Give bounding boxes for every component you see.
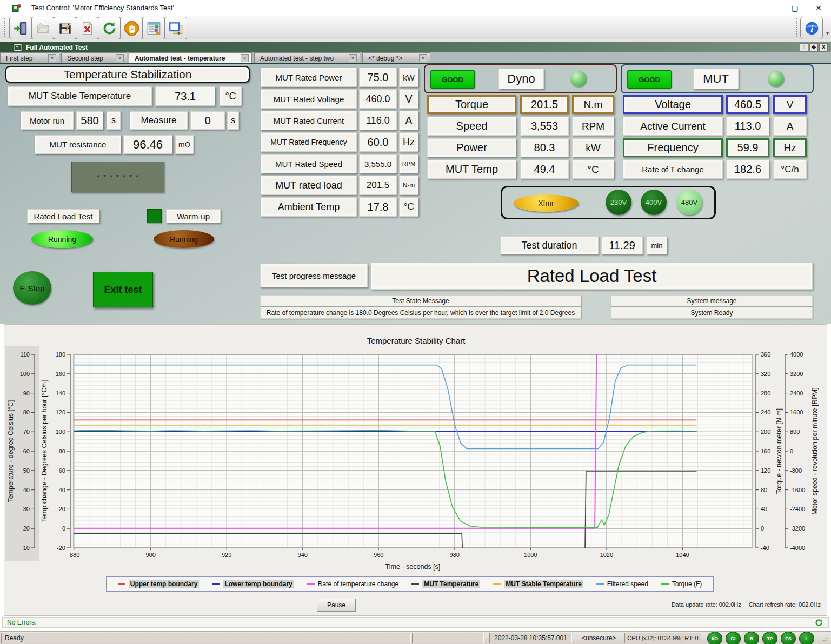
svg-text:110: 110 [20, 351, 30, 358]
open-folder-icon [36, 21, 50, 36]
legend-item[interactable]: MUT Stable Temperature [493, 580, 583, 588]
refresh-button[interactable] [98, 17, 121, 39]
param-unit: V [399, 89, 418, 109]
cpu-status: CPU [x32]: 0134.9%; RT: 0 [624, 633, 701, 643]
mut-led-indicator [768, 71, 784, 87]
legend-label[interactable]: Lower temp boundary [223, 580, 294, 588]
legend-label[interactable]: Filtered speed [607, 580, 648, 588]
save-button[interactable] [54, 17, 76, 39]
mut-row-unit: A [773, 117, 807, 136]
legend-label[interactable]: Upper temp boundary [129, 580, 200, 588]
param-label: MUT Rated Power [261, 68, 357, 87]
delete-button[interactable] [76, 17, 98, 39]
legend-label[interactable]: Rate of temperature change [318, 580, 398, 588]
svg-text:1000: 1000 [524, 552, 537, 558]
tab-debug[interactable]: <* debug *>x [362, 52, 430, 63]
windows-button[interactable] [164, 17, 187, 39]
param-value: 116.0 [359, 111, 397, 130]
tab-close-icon[interactable]: x [48, 54, 56, 62]
tab-close-icon[interactable]: x [349, 54, 357, 62]
system-message-header: System message [611, 295, 813, 306]
param-unit: Hz [399, 132, 418, 152]
ready-status: Ready [1, 633, 411, 643]
status-badge: R [744, 632, 759, 644]
mut-status-button[interactable]: GOOD [627, 70, 672, 89]
mut-resistance-value: 96.46 [123, 135, 172, 154]
xfmr-480v-led: 480V [676, 190, 702, 215]
open-button[interactable] [31, 17, 54, 39]
close-button[interactable]: ✕ [806, 0, 831, 16]
legend-label[interactable]: Torque (F) [672, 580, 702, 588]
configure-button[interactable] [142, 17, 165, 39]
legend-item[interactable]: MUT Temperature [411, 580, 480, 588]
svg-text:20: 20 [23, 525, 30, 532]
svg-text:900: 900 [145, 552, 155, 558]
measure-unit: s [227, 111, 239, 130]
resize-grip[interactable] [823, 636, 828, 641]
test-state-message-header: Test State Message [260, 295, 581, 306]
title-bar: Test Control: 'Motor Efficiency Standard… [0, 0, 831, 17]
dyno-title: Dyno [498, 69, 544, 89]
estop-button[interactable]: E-Stop [13, 271, 51, 305]
test-state-message-text: Rate of temperature change is 180.0 Degr… [260, 307, 581, 319]
pause-button[interactable]: Pause [317, 599, 356, 612]
subwindow-icon [14, 44, 22, 51]
test-duration-unit: min [647, 236, 667, 254]
refresh-errors-icon[interactable] [815, 619, 823, 627]
tab-second-step[interactable]: Second stepx [61, 52, 127, 63]
test-progress-label: Test progress message [260, 264, 368, 287]
mut-row-value: 113.0 [726, 117, 769, 136]
legend-item[interactable]: Lower temp boundary [212, 580, 294, 588]
toolbar-overflow-right-icon[interactable]: ▾ [826, 30, 829, 36]
legend-item[interactable]: Upper temp boundary [118, 580, 200, 588]
param-value: 60.0 [359, 132, 397, 152]
svg-text:140: 140 [56, 390, 65, 397]
toolbar-grip[interactable] [4, 18, 8, 37]
param-value: 3,555.0 [359, 154, 397, 173]
xfmr-230v-led: 230V [606, 190, 631, 215]
exit-door-button[interactable] [9, 17, 32, 39]
legend-item[interactable]: Rate of temperature change [307, 580, 398, 588]
param-unit: A [399, 111, 418, 130]
stable-temp-label: MUT Stable Temperature [8, 86, 152, 106]
toolbar-grip-right[interactable] [796, 18, 799, 37]
password-display[interactable]: * * * * * * * [71, 162, 164, 192]
legend-label[interactable]: MUT Stable Temperature [504, 580, 583, 588]
legend-item[interactable]: Torque (F) [661, 580, 702, 588]
subwindow-pin-button[interactable]: # [800, 43, 808, 52]
legend-item[interactable]: Filtered speed [596, 580, 648, 588]
minimize-button[interactable]: — [756, 0, 781, 16]
tab-close-icon[interactable]: x [241, 54, 249, 62]
legend-label[interactable]: MUT Temperature [422, 580, 480, 588]
svg-text:4000: 4000 [790, 351, 803, 358]
legend-swatch [596, 583, 604, 585]
dyno-status-button[interactable]: GOOD [430, 70, 475, 89]
svg-text:0: 0 [761, 525, 764, 532]
test-duration-label: Test duration [500, 236, 599, 254]
subwindow-close-button[interactable]: X [819, 43, 828, 52]
tab-automated-test-step-two[interactable]: Automated test - step twox [254, 52, 360, 63]
tab-close-icon[interactable]: x [116, 54, 124, 62]
svg-text:120: 120 [56, 409, 65, 415]
svg-text:30: 30 [23, 506, 30, 512]
svg-text:-3200: -3200 [790, 525, 805, 532]
param-label: Ambient Temp [261, 197, 357, 217]
tab-automated-test-temperature[interactable]: Automated test - temperaturex [129, 52, 252, 63]
stop-hand-icon [124, 21, 139, 36]
status-spacer [412, 633, 484, 643]
xfmr-indicator: Xfmr [514, 194, 579, 212]
stop-button[interactable] [120, 17, 143, 39]
security-status: <unsecure> [582, 634, 616, 642]
maximize-button[interactable]: ▢ [782, 0, 807, 16]
mut-row-label: Frequency [623, 138, 723, 157]
toolbar-overflow-icon[interactable]: ▾ [177, 30, 180, 36]
exit-test-button[interactable]: Exit test [93, 272, 153, 307]
status-badge: TP [762, 632, 777, 644]
param-value: 17.8 [359, 197, 397, 217]
subwindow-maximize-button[interactable]: ✥ [809, 43, 818, 52]
tab-first-step[interactable]: First stepx [0, 52, 59, 63]
tab-close-icon[interactable]: x [419, 54, 427, 62]
svg-text:-2400: -2400 [790, 506, 805, 512]
info-button[interactable]: i [800, 17, 823, 39]
legend-swatch [411, 583, 419, 585]
